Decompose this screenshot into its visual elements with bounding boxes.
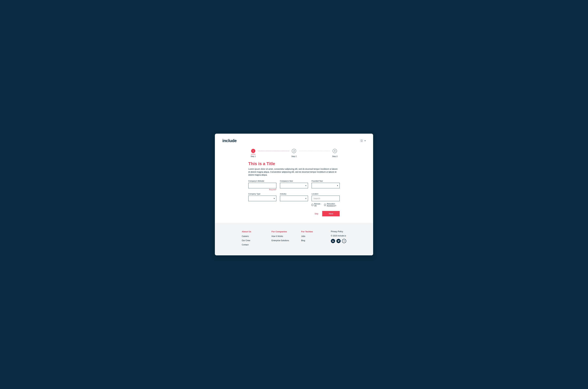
step-circle: 1 bbox=[251, 149, 255, 153]
label: Company Type bbox=[248, 193, 276, 195]
checkbox-label: Remote - OK bbox=[314, 203, 321, 207]
checkbox-icon bbox=[312, 204, 313, 206]
footer-heading: About Us bbox=[242, 230, 265, 233]
app-card: include ▾ 1 Step 1 2 Step 2 bbox=[215, 134, 373, 255]
building-icon bbox=[360, 139, 363, 142]
location-search-input[interactable] bbox=[312, 196, 340, 201]
footer-col-meta: Privacy Policy © 2020 include.io bbox=[331, 230, 346, 243]
footer-col-about: About Us Careers Our Crew Contact bbox=[242, 230, 265, 248]
form-actions: Skip Next bbox=[248, 211, 340, 216]
checkbox-label: Relocation Assistance? bbox=[327, 203, 340, 207]
footer-link-our-crew[interactable]: Our Crew bbox=[242, 239, 265, 242]
app-header: include ▾ bbox=[215, 134, 373, 145]
field-company-website: Company's Website Required* bbox=[248, 180, 276, 191]
stepper: 1 Step 1 2 Step 2 3 Step 3 bbox=[248, 149, 340, 157]
location-options: Remote - OK Relocation Assistance? bbox=[312, 203, 340, 207]
main-content: This is a Title Lorem ipsum dolor sit am… bbox=[248, 161, 340, 223]
label: Location bbox=[312, 193, 340, 195]
page-title: This is a Title bbox=[248, 161, 340, 166]
form: Company's Website Required* Company's Si… bbox=[248, 180, 340, 207]
footer-link-blog[interactable]: Blog bbox=[301, 239, 324, 242]
footer-link-enterprise-solutions[interactable]: Enterprise Solutions bbox=[272, 239, 295, 242]
industry-select[interactable] bbox=[280, 196, 308, 201]
page-description: Lorem ipsum dolor sit amet, consectetur … bbox=[248, 167, 340, 176]
remote-ok-checkbox[interactable]: Remote - OK bbox=[312, 203, 321, 207]
skip-link[interactable]: Skip bbox=[314, 213, 318, 215]
field-location: Location bbox=[312, 193, 340, 201]
label: Company's Website bbox=[248, 180, 276, 182]
field-industry: Industry ▾ bbox=[280, 193, 308, 201]
step-1[interactable]: 1 Step 1 bbox=[248, 149, 258, 157]
step-label: Step 3 bbox=[332, 155, 337, 157]
chevron-down-icon: ▾ bbox=[365, 140, 366, 142]
company-website-input[interactable] bbox=[248, 183, 276, 188]
logo: include bbox=[222, 138, 237, 143]
account-menu[interactable]: ▾ bbox=[360, 139, 366, 142]
footer-col-companies: For Companies How It Works Enterprise So… bbox=[272, 230, 295, 244]
step-label: Step 2 bbox=[291, 155, 297, 157]
label: Company's Size bbox=[280, 180, 308, 182]
step-3[interactable]: 3 Step 3 bbox=[330, 149, 340, 157]
company-size-select[interactable] bbox=[280, 183, 308, 188]
company-type-select[interactable] bbox=[248, 196, 276, 201]
linkedin-icon[interactable] bbox=[331, 239, 335, 243]
instagram-icon[interactable] bbox=[342, 239, 346, 243]
footer-link-privacy[interactable]: Privacy Policy bbox=[331, 230, 346, 233]
footer-link-careers[interactable]: Careers bbox=[242, 235, 265, 237]
footer-heading: For Companies bbox=[272, 230, 295, 233]
twitter-icon[interactable] bbox=[337, 239, 341, 243]
step-label: Step 1 bbox=[251, 155, 256, 157]
step-underline bbox=[251, 154, 255, 154]
footer-link-contact[interactable]: Contact bbox=[242, 244, 265, 246]
step-connector bbox=[299, 151, 330, 151]
step-circle: 2 bbox=[292, 149, 296, 153]
label: Industry bbox=[280, 193, 308, 195]
footer-link-jobs[interactable]: Jobs bbox=[301, 235, 324, 237]
founded-year-select[interactable] bbox=[312, 183, 340, 188]
required-hint: Required* bbox=[248, 189, 276, 191]
step-underline bbox=[333, 154, 337, 154]
field-company-size: Company's Size ▾ bbox=[280, 180, 308, 191]
field-company-type: Company Type ▾ bbox=[248, 193, 276, 201]
label: Founded Year bbox=[312, 180, 340, 182]
step-connector bbox=[258, 151, 289, 151]
footer-copyright: © 2020 include.io bbox=[331, 235, 346, 237]
footer: About Us Careers Our Crew Contact For Co… bbox=[215, 223, 373, 255]
svg-rect-0 bbox=[361, 140, 362, 141]
field-founded-year: Founded Year ▾ bbox=[312, 180, 340, 191]
footer-link-how-it-works[interactable]: How It Works bbox=[272, 235, 295, 237]
next-button[interactable]: Next bbox=[322, 211, 340, 216]
footer-col-techies: For Techies Jobs Blog bbox=[301, 230, 324, 244]
footer-heading: For Techies bbox=[301, 230, 324, 233]
step-underline bbox=[292, 154, 296, 154]
step-2[interactable]: 2 Step 2 bbox=[289, 149, 299, 157]
step-circle: 3 bbox=[333, 149, 337, 153]
footer-socials bbox=[331, 239, 346, 243]
svg-point-8 bbox=[344, 241, 344, 241]
relocation-checkbox[interactable]: Relocation Assistance? bbox=[324, 203, 340, 207]
checkbox-icon bbox=[324, 204, 326, 206]
